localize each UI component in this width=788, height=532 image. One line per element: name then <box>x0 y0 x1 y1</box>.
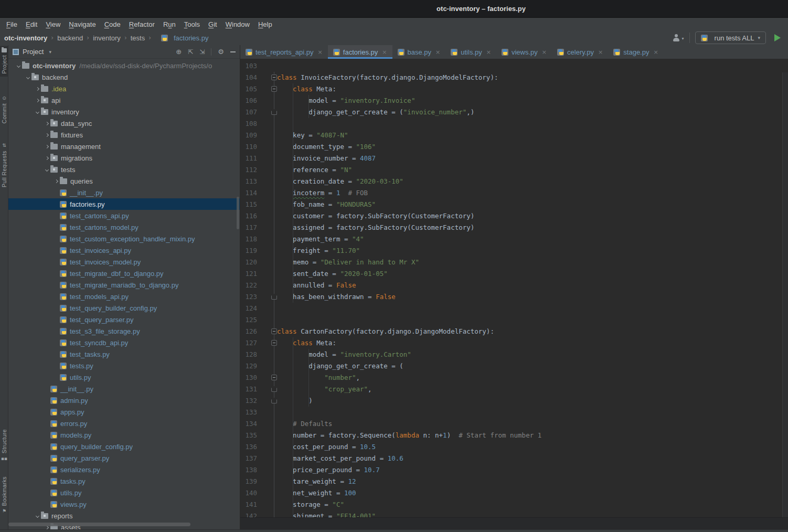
code-pane[interactable]: 103104class InvoiceFactory(factory.djang… <box>240 60 788 517</box>
close-tab-icon[interactable]: × <box>382 49 387 56</box>
menu-window[interactable]: Window <box>221 19 254 29</box>
stripe-item-structure[interactable]: Structure▪▪ <box>0 427 8 464</box>
run-configuration-select[interactable]: run tests ALL ▾ <box>695 31 766 44</box>
code-line-134[interactable]: 134 # Defaults <box>240 418 788 430</box>
code-line-106[interactable]: 106 model = "inventory.Invoice" <box>240 95 788 107</box>
code-line-133[interactable]: 133 <box>240 407 788 418</box>
chevron-right-icon[interactable] <box>43 145 50 148</box>
editor-tab-base.py[interactable]: base.py× <box>392 45 446 59</box>
tree-file-query_builder_config.py[interactable]: query_builder_config.py <box>8 441 240 452</box>
chevron-right-icon[interactable] <box>34 88 41 90</box>
tree-folder-management[interactable]: management <box>8 141 240 152</box>
tree-folder-inventory[interactable]: inventory <box>8 106 240 118</box>
close-tab-icon[interactable]: × <box>435 49 440 56</box>
code-line-139[interactable]: 139 tare_weight = 12 <box>240 476 788 487</box>
breadcrumb-item[interactable]: otc-inventory <box>4 34 47 42</box>
code-line-112[interactable]: 112 reference = "N" <box>240 164 788 176</box>
tree-file-test_cartons_model.py[interactable]: test_cartons_model.py <box>8 221 240 233</box>
code-line-117[interactable]: 117 assigned = factory.SubFactory(Custom… <box>240 222 788 233</box>
run-button[interactable] <box>774 34 781 41</box>
collapse-all-icon[interactable]: ⇲ <box>199 48 205 56</box>
chevron-right-icon[interactable] <box>43 157 50 159</box>
code-line-124[interactable]: 124 <box>240 303 788 314</box>
code-line-131[interactable]: 131 "crop_year", <box>240 384 788 395</box>
menu-tools[interactable]: Tools <box>180 19 204 29</box>
chevron-down-icon[interactable] <box>34 515 41 517</box>
tree-horizontal-scrollbar[interactable] <box>8 523 190 526</box>
code-line-135[interactable]: 135 number = factory.Sequence(lambda n: … <box>240 430 788 441</box>
code-line-130[interactable]: 130 "number", <box>240 372 788 384</box>
close-tab-icon[interactable]: × <box>486 49 491 56</box>
menu-run[interactable]: Run <box>159 19 180 29</box>
editor-tab-test_reports_api.py[interactable]: test_reports_api.py× <box>240 45 328 59</box>
tree-folder-fixtures[interactable]: fixtures <box>8 129 240 141</box>
tree-file-test_tasks.py[interactable]: test_tasks.py <box>8 348 240 360</box>
tree-file-errors.py[interactable]: errors.py <box>8 418 240 429</box>
code-line-111[interactable]: 111 invoice_number = 4087 <box>240 153 788 164</box>
code-editor[interactable]: 103104class InvoiceFactory(factory.djang… <box>240 59 788 517</box>
chevron-down-icon[interactable] <box>15 65 22 67</box>
stripe-item-commit[interactable]: ⊙Commit <box>0 93 8 127</box>
code-line-110[interactable]: 110 document_type = "106" <box>240 141 788 153</box>
code-line-121[interactable]: 121 sent_date = "2020-01-05" <box>240 268 788 280</box>
code-line-114[interactable]: 114 incoterm = 1 # FOB <box>240 187 788 199</box>
fold-collapse-icon[interactable] <box>271 375 277 380</box>
menu-help[interactable]: Help <box>254 19 276 29</box>
menu-navigate[interactable]: Navigate <box>65 19 100 29</box>
tree-file-query_parser.py[interactable]: query_parser.py <box>8 452 240 464</box>
code-line-108[interactable]: 108 <box>240 118 788 130</box>
close-tab-icon[interactable]: × <box>542 49 547 56</box>
tree-folder-api[interactable]: api <box>8 94 240 106</box>
editor-tab-views.py[interactable]: views.py× <box>496 45 552 59</box>
code-line-122[interactable]: 122 annulled = False <box>240 280 788 291</box>
close-tab-icon[interactable]: × <box>653 49 658 56</box>
chevron-right-icon[interactable] <box>43 122 50 125</box>
tree-file-__init__.py[interactable]: __init__.py <box>8 187 240 198</box>
tree-folder-reports[interactable]: reports <box>8 510 240 522</box>
tree-file-serializers.py[interactable]: serializers.py <box>8 464 240 475</box>
code-line-138[interactable]: 138 price_per_pound = 10.7 <box>240 464 788 476</box>
user-icon[interactable]: ▾ <box>673 34 684 42</box>
breadcrumb-item[interactable]: backend <box>57 34 83 42</box>
tree-file-test_migrate_dbf_to_django.py[interactable]: test_migrate_dbf_to_django.py <box>8 268 240 279</box>
tree-file-utils.py[interactable]: utils.py <box>8 371 240 383</box>
breadcrumb-file[interactable]: factories.py <box>174 34 208 42</box>
gear-icon[interactable]: ⚙ <box>218 48 224 56</box>
code-line-141[interactable]: 141 storage = "C" <box>240 499 788 510</box>
tree-folder-backend[interactable]: backend <box>8 71 240 83</box>
project-dropdown-caret-icon[interactable]: ▾ <box>49 49 51 55</box>
locate-file-icon[interactable]: ⊕ <box>176 48 182 56</box>
tree-file-test_query_builder_config.py[interactable]: test_query_builder_config.py <box>8 302 240 314</box>
chevron-down-icon[interactable] <box>43 168 50 171</box>
editor-tab-stage.py[interactable]: stage.py× <box>608 45 663 59</box>
tree-file-test_invoices_api.py[interactable]: test_invoices_api.py <box>8 244 240 256</box>
chevron-right-icon[interactable] <box>52 180 60 183</box>
stripe-item-bookmarks[interactable]: Bookmarks⚑ <box>0 474 8 517</box>
menu-file[interactable]: File <box>2 19 22 29</box>
code-line-104[interactable]: 104class InvoiceFactory(factory.django.D… <box>240 72 788 83</box>
editor-tab-factories.py[interactable]: factories.py× <box>328 45 392 59</box>
code-line-140[interactable]: 140 net_weight = 100 <box>240 487 788 499</box>
code-line-120[interactable]: 120 memo = "Deliver in hand to Mr X" <box>240 257 788 268</box>
tree-folder-migrations[interactable]: migrations <box>8 152 240 164</box>
tree-file-test_syncdb_api.py[interactable]: test_syncdb_api.py <box>8 337 240 348</box>
code-line-107[interactable]: 107 django_get_or_create = ("invoice_num… <box>240 107 788 118</box>
tree-folder-otc-inventory[interactable]: otc-inventory/media/dev/ssd-disk-dev/Pyc… <box>8 60 240 71</box>
code-line-113[interactable]: 113 creation_date = "2020-03-10" <box>240 176 788 187</box>
chevron-right-icon[interactable] <box>43 134 50 136</box>
code-line-142[interactable]: 142 shipment = "FF14-001" <box>240 510 788 517</box>
code-line-137[interactable]: 137 market_cost_per_pound = 10.6 <box>240 453 788 464</box>
tree-folder-queries[interactable]: queries <box>8 175 240 187</box>
fold-collapse-icon[interactable] <box>271 75 277 80</box>
code-line-128[interactable]: 128 model = "inventory.Carton" <box>240 349 788 360</box>
code-line-118[interactable]: 118 payment_term = "4" <box>240 233 788 245</box>
code-line-125[interactable]: 125 <box>240 314 788 326</box>
menu-edit[interactable]: Edit <box>22 19 41 29</box>
tree-file-test_migrate_mariadb_to_django.py[interactable]: test_migrate_mariadb_to_django.py <box>8 279 240 291</box>
menu-git[interactable]: Git <box>204 19 221 29</box>
close-tab-icon[interactable]: × <box>318 49 323 56</box>
chevron-down-icon[interactable] <box>34 111 41 113</box>
code-line-109[interactable]: 109 key = "4087-N" <box>240 130 788 141</box>
code-line-105[interactable]: 105 class Meta: <box>240 83 788 95</box>
tree-file-factories.py[interactable]: factories.py <box>8 198 240 210</box>
